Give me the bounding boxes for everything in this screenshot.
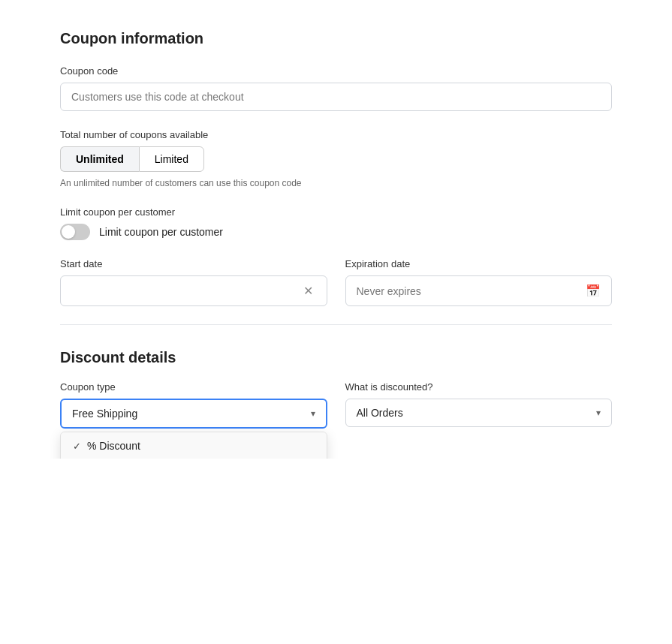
coupon-type-dropdown: ✓ % Discount ✓ £ Discount ✓ Free Shippin… (60, 432, 327, 459)
expiration-date-input[interactable] (357, 285, 586, 297)
unlimited-helper-text: An unlimited number of customers can use… (60, 178, 612, 188)
coupon-type-select[interactable]: Free Shipping ▾ (60, 399, 327, 429)
clear-date-icon[interactable]: ✕ (303, 284, 313, 298)
start-date-field[interactable]: 5/6/2024 ✕ (60, 275, 327, 306)
start-date-label: Start date (60, 258, 327, 269)
coupon-info-title: Coupon information (60, 30, 612, 47)
what-discounted-display[interactable]: All Orders ▾ (346, 399, 612, 426)
start-date-input[interactable]: 5/6/2024 (71, 285, 303, 297)
coupon-type-chevron: ▾ (311, 408, 315, 419)
unlimited-button[interactable]: Unlimited (60, 146, 139, 172)
limited-button[interactable]: Limited (139, 146, 204, 172)
coupon-code-label: Coupon code (60, 65, 612, 77)
coupon-type-value: Free Shipping (72, 408, 137, 420)
dropdown-item-percent[interactable]: ✓ % Discount (61, 432, 327, 459)
what-discounted-select[interactable]: All Orders ▾ (345, 399, 613, 427)
discount-details-title: Discount details (60, 349, 612, 366)
what-discounted-label: What is discounted? (345, 381, 613, 393)
percent-checkmark: ✓ (73, 441, 81, 452)
limit-toggle-label: Limit coupon per customer (99, 226, 223, 238)
what-discounted-chevron: ▾ (596, 408, 601, 418)
what-discounted-value: All Orders (357, 407, 403, 419)
percent-discount-label: % Discount (87, 440, 140, 452)
expiration-date-field[interactable]: 📅 (345, 275, 613, 306)
coupon-type-display[interactable]: Free Shipping ▾ (62, 400, 326, 427)
calendar-icon[interactable]: 📅 (586, 284, 601, 298)
limit-per-customer-label: Limit coupon per customer (60, 206, 612, 218)
coupon-code-input[interactable] (60, 83, 612, 111)
coupon-type-label: Coupon type (60, 381, 327, 393)
section-divider (60, 324, 612, 325)
total-coupons-label: Total number of coupons available (60, 129, 612, 140)
expiration-date-label: Expiration date (345, 258, 613, 269)
limit-per-customer-toggle[interactable] (60, 224, 90, 240)
